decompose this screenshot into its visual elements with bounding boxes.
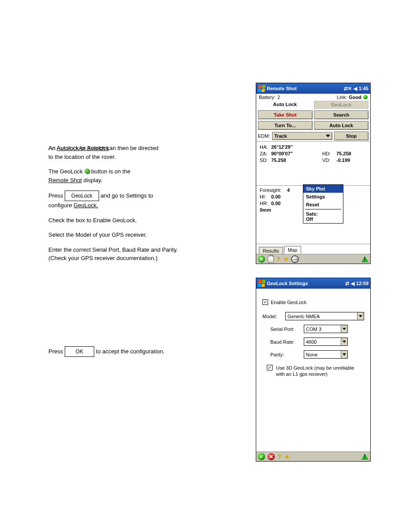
stop-button[interactable]: Stop [334,132,368,140]
remote-shot-screen: Remote Shot ⇄✕ ◀ 1:45 Battery:2 Link: Go… [256,83,371,264]
speaker-icon[interactable]: ◀ [354,86,357,92]
chevron-down-icon [341,351,347,358]
speaker-icon[interactable]: ◀ [351,281,354,286]
help-icon[interactable]: ? [277,453,281,460]
enable-geolock-checkbox-row[interactable]: ✓ Enable GeoLock [262,299,364,305]
parity-select[interactable]: None [304,350,348,359]
star-icon[interactable]: ★ [284,453,290,461]
sd-value: 75.258 [271,158,286,163]
chevron-down-icon [326,135,330,137]
parity-row: Parity: None [270,350,364,359]
doc-text-column: An Autolock or Search can then be direct… [48,144,233,363]
use-3d-geolock-label: Use 3D GeoLock (may be unreliable with a… [276,365,362,378]
star-icon[interactable]: ★ [283,255,289,263]
battery-label: Battery: [259,95,276,100]
ha-value: 26°12'29" [271,144,293,150]
serial-port-select[interactable]: COM 3 [304,325,348,333]
geolock-box-button[interactable]: GeoLock [65,191,99,201]
model-label: Model: [262,314,282,319]
lower-panel: Foresight:4 HI:0.00 HR:0.00 0mm 106 119 … [256,185,370,231]
model-value: Generic NMEA [287,314,320,319]
checkbox-icon[interactable]: ✓ [262,299,268,305]
clipboard-icon[interactable] [268,256,274,263]
sd-label: SD: [260,158,271,163]
baud-rate-select[interactable]: 4800 [304,338,348,346]
hi-value: 0.00 [271,194,280,199]
enable-geolock-label: Enable GeoLock [271,300,306,305]
geolock-settings-screen: GeoLock Settings ⇄ ◀ 12:59 ✓ Enable GeoL… [256,278,371,462]
autolock-link[interactable]: Autolock [57,145,79,151]
foresight-label: Foresight: [260,187,287,193]
search-button[interactable]: Search [314,110,369,119]
model-select[interactable]: Generic NMEA [285,312,364,320]
edm-select[interactable]: Track [272,132,332,140]
help-icon[interactable]: ? [276,255,280,263]
foresight-value: 4 [287,187,290,193]
menu-sats: Sats: Off [303,210,343,223]
search-link[interactable]: Search [87,145,105,151]
globe-icon[interactable] [291,256,298,263]
hi-label: HI: [260,194,271,199]
remote-shot-link[interactable]: Remote Shot [48,177,82,183]
hr-value: 0.00 [271,201,280,206]
clock-time: 12:59 [356,281,368,286]
windows-flag-icon [258,280,265,287]
warning-icon[interactable] [361,454,368,460]
auto-lock-button[interactable]: Auto Lock [314,121,369,130]
warning-icon[interactable] [361,256,368,262]
screen-title: Remote Shot [267,86,297,91]
za-label: ZA: [260,151,271,156]
zero-mm-value: 0mm [260,207,271,213]
link-label: Link: [337,95,347,100]
chevron-down-icon [357,312,364,320]
menu-sky-plot[interactable]: Sky Plot [303,185,343,193]
cancel-icon[interactable]: ✕ [268,453,275,460]
baud-rate-label: Baud Rate: [270,339,300,345]
geolock-link[interactable]: GeoLock. [74,202,98,209]
use-3d-geolock-row[interactable]: ✓ Use 3D GeoLock (may be unreliable with… [267,365,364,378]
context-menu: Sky Plot Settings Reset Sats: Off [303,184,343,224]
close-icon[interactable]: ✕ [258,256,265,263]
checkbox-icon[interactable]: ✓ [267,365,273,371]
doc-para-3: Press GeoLock and go to Settings to conf… [48,191,233,210]
tab-results[interactable]: Results [259,247,283,254]
edm-value: Track [274,133,287,139]
readings-panel: HA:26°12'29" ZA:90°09'07" HD:75.258 SD:7… [256,141,370,185]
parity-value: None [306,352,317,357]
sats-value: Off [306,216,313,222]
autolock-mode-label: Auto Lock [258,101,312,109]
turn-to-button[interactable]: Turn To... [258,121,313,130]
menu-reset[interactable]: Reset [303,201,343,209]
serial-port-value: COM 3 [306,327,321,332]
tab-map[interactable]: Map [284,246,301,253]
connectivity-icon[interactable]: ⇄ [345,281,349,286]
bottom-toolbar: ✓ ✕ ? ★ [256,451,370,461]
chevron-down-icon [341,338,347,345]
geolock-inline-icon [85,169,90,174]
ok-icon[interactable]: ✓ [258,453,265,460]
ok-box-button[interactable]: OK [65,346,94,357]
menu-settings[interactable]: Settings [303,193,343,201]
title-bar: Remote Shot ⇄✕ ◀ 1:45 [256,83,370,94]
battery-value: 2 [277,95,280,100]
connectivity-icon[interactable]: ⇄✕ [344,86,352,92]
hd-value: 75.258 [336,151,351,156]
bottom-toolbar: ✕ ? ★ [256,254,370,264]
za-value: 90°09'07" [271,151,293,156]
doc-para-2: The GeoLock button is on the Remote Shot… [48,167,233,184]
take-shot-button[interactable]: Take Shot [258,110,313,119]
windows-flag-icon [258,85,265,92]
edm-label: EDM: [258,133,270,139]
model-field-row: Model: Generic NMEA [262,312,364,320]
doc-para-4: Check the box to Enable GeoLock. [48,216,233,225]
doc-para-5: Select the Model of your GPS receiver. [48,231,233,239]
hr-label: HR: [260,201,271,206]
title-bar: GeoLock Settings ⇄ ◀ 12:59 [256,278,370,289]
sats-label: Sats: [306,211,318,216]
ha-label: HA: [260,144,271,150]
chevron-down-icon [341,325,347,333]
hd-label: HD: [322,151,331,156]
vd-label: VD: [322,158,330,163]
lock-mode-row: Auto Lock GeoLock [256,101,370,110]
screen-title: GeoLock Settings [267,281,308,286]
